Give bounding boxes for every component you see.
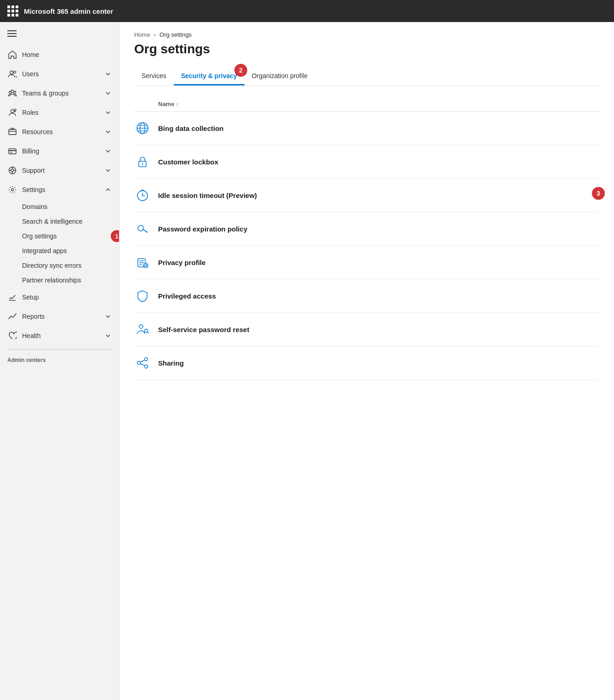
table-row-password-expiration[interactable]: Password expiration policy (134, 212, 599, 246)
sidebar-subitem-domains-label: Domains (22, 203, 47, 210)
sidebar-item-teams-groups[interactable]: Teams & groups (0, 84, 119, 103)
column-name-header: Name ↑ (158, 101, 179, 107)
grid-dots-icon[interactable] (7, 6, 18, 17)
sidebar-item-reports-label: Reports (22, 313, 100, 320)
privacy-profile-label: Privacy profile (158, 259, 599, 266)
chevron-down-icon (104, 109, 112, 116)
svg-point-36 (139, 325, 143, 328)
reports-icon (7, 311, 17, 322)
svg-point-1 (14, 71, 16, 73)
breadcrumb-separator: › (154, 31, 156, 38)
sidebar-subitem-org-settings[interactable]: Org settings 1 (0, 229, 119, 243)
key-icon (134, 220, 151, 237)
chevron-down-icon (104, 332, 112, 339)
sidebar-item-health-label: Health (22, 332, 100, 339)
bing-data-label: Bing data collection (158, 124, 599, 132)
table-row-bing-data[interactable]: Bing data collection (134, 112, 599, 145)
svg-point-6 (14, 109, 16, 111)
sidebar-item-roles[interactable]: Roles (0, 103, 119, 122)
setup-icon (7, 292, 17, 302)
chevron-down-icon (104, 90, 112, 97)
app-title: Microsoft 365 admin center (24, 7, 113, 15)
privileged-access-label: Privileged access (158, 292, 599, 300)
sidebar-divider (7, 349, 112, 350)
svg-point-20 (11, 189, 14, 191)
teams-groups-icon (7, 88, 17, 98)
resources-icon (7, 127, 17, 137)
table-row-privileged-access[interactable]: Privileged access (134, 279, 599, 313)
sidebar-item-users-label: Users (22, 70, 100, 78)
self-service-password-label: Self-service password reset (158, 326, 599, 333)
sidebar-item-health[interactable]: Health (0, 326, 119, 345)
chevron-down-icon (104, 70, 112, 78)
svg-point-29 (138, 226, 143, 231)
org-settings-badge: 1 (111, 230, 119, 242)
idle-session-badge: 3 (592, 187, 605, 200)
sidebar-subitem-partner-relationships[interactable]: Partner relationships (0, 273, 119, 288)
sidebar-subitem-directory-sync-errors[interactable]: Directory sync errors (0, 258, 119, 273)
sidebar-subitem-integrated-apps-label: Integrated apps (22, 247, 67, 254)
topbar: Microsoft 365 admin center (0, 0, 614, 22)
sidebar-item-reports[interactable]: Reports (0, 307, 119, 326)
chevron-down-icon (104, 167, 112, 174)
sidebar-subitem-integrated-apps[interactable]: Integrated apps (0, 243, 119, 258)
svg-point-39 (137, 361, 141, 365)
password-expiration-label: Password expiration policy (158, 225, 599, 233)
table-row-customer-lockbox[interactable]: Customer lockbox (134, 145, 599, 179)
users-icon (7, 69, 17, 79)
svg-rect-11 (9, 149, 16, 154)
sidebar-item-resources-label: Resources (22, 128, 100, 135)
sidebar: Home Users (0, 22, 119, 700)
sidebar-item-settings-label: Settings (22, 186, 100, 193)
table-row-idle-session[interactable]: Idle session timeout (Preview) 3 (134, 179, 599, 212)
table-row-self-service-password[interactable]: Self-service password reset (134, 313, 599, 346)
sidebar-item-home-label: Home (22, 51, 112, 58)
chevron-down-icon (104, 147, 112, 155)
main-content: Home › Org settings Org settings Service… (119, 22, 614, 700)
sidebar-item-home[interactable]: Home (0, 45, 119, 64)
sharing-icon (134, 355, 151, 371)
sidebar-subitem-search-intelligence[interactable]: Search & intelligence (0, 214, 119, 229)
sidebar-item-billing[interactable]: Billing (0, 141, 119, 161)
home-icon (7, 50, 17, 60)
hamburger-menu-button[interactable] (0, 22, 119, 45)
person-key-icon (134, 321, 151, 338)
admin-centers-label: Admin centers (0, 353, 119, 367)
privacy-icon (134, 254, 151, 271)
sidebar-item-resources[interactable]: Resources (0, 122, 119, 141)
svg-point-15 (11, 169, 14, 172)
svg-rect-9 (9, 130, 16, 135)
sidebar-subitem-directory-sync-errors-label: Directory sync errors (22, 262, 81, 269)
breadcrumb-home[interactable]: Home (134, 31, 150, 38)
sidebar-item-setup[interactable]: Setup (0, 288, 119, 307)
sidebar-item-billing-label: Billing (22, 147, 100, 155)
table-row-sharing[interactable]: Sharing (134, 346, 599, 380)
svg-point-40 (145, 365, 148, 368)
billing-icon (7, 146, 17, 156)
table-header: Name ↑ (134, 97, 599, 112)
sidebar-item-teams-groups-label: Teams & groups (22, 90, 100, 97)
breadcrumb: Home › Org settings (134, 22, 599, 42)
chevron-down-icon (104, 313, 112, 320)
shield-icon (134, 288, 151, 304)
support-icon (7, 165, 17, 175)
svg-point-5 (11, 110, 14, 113)
breadcrumb-current: Org settings (159, 31, 192, 38)
health-icon (7, 331, 17, 341)
settings-table: Name ↑ Bing data collection (134, 97, 599, 380)
tab-org-profile[interactable]: Organization profile (244, 68, 315, 85)
sidebar-subitem-domains[interactable]: Domains (0, 199, 119, 214)
table-row-privacy-profile[interactable]: Privacy profile (134, 246, 599, 279)
sidebar-item-support[interactable]: Support (0, 161, 119, 180)
svg-point-38 (145, 358, 148, 361)
tabs-bar: Services Security & privacy 2 Organizati… (134, 68, 599, 86)
idle-session-label: Idle session timeout (Preview) 3 (158, 192, 599, 199)
sidebar-item-users[interactable]: Users (0, 64, 119, 84)
tab-security-privacy[interactable]: Security & privacy 2 (174, 68, 244, 85)
sidebar-item-setup-label: Setup (22, 294, 112, 301)
sidebar-item-settings[interactable]: Settings (0, 180, 119, 199)
svg-point-27 (142, 164, 143, 165)
tab-services[interactable]: Services (134, 68, 174, 85)
clock-icon (134, 187, 151, 203)
svg-point-4 (11, 90, 14, 93)
